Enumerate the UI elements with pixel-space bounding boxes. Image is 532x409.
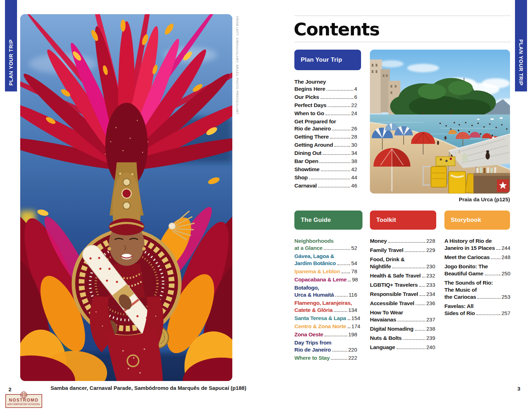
toc-page-number: 232 (426, 272, 435, 279)
toc-page-number: 257 (501, 310, 510, 317)
dot-leader (405, 251, 425, 252)
dot-leader (324, 249, 350, 250)
dot-leader (477, 298, 500, 299)
toc-entry[interactable]: LGBTIQ+ Travelers233 (370, 281, 435, 288)
dot-leader (321, 170, 350, 171)
toc-entry[interactable]: Bar Open38 (294, 158, 357, 165)
beach-photo-caption: Praia da Urca (p125) (408, 196, 510, 202)
toc-entry[interactable]: Language240 (370, 344, 435, 351)
toc-page-number: 54 (351, 260, 357, 267)
dot-leader (416, 304, 425, 305)
toc-entry[interactable]: Nuts & Bolts239 (370, 335, 435, 342)
dot-leader (419, 286, 425, 287)
toc-page-number: 220 (348, 346, 357, 353)
toc-page-number: 4 (354, 85, 357, 93)
toc-entry[interactable]: Copacabana & Leme98 (294, 276, 357, 283)
toc-entry[interactable]: How To WearHavaianas237 (370, 309, 435, 323)
toc-entry[interactable]: Get Prepared forRio de Janeiro26 (294, 118, 357, 132)
toc-entry[interactable]: Carnaval46 (294, 182, 357, 189)
toc-entry[interactable]: Ipanema & Leblon78 (294, 268, 357, 275)
toc-entry[interactable]: When to Go24 (294, 110, 357, 117)
spine-tab-label: PLAN YOUR TRIP (518, 39, 524, 86)
toc-entry[interactable]: Santa Teresa & Lapa154 (294, 315, 357, 322)
toc-entry[interactable]: Our Picks6 (294, 94, 357, 101)
toc-entry[interactable]: A History of Rio deJaneiro in 15 Places2… (444, 237, 510, 252)
toc-entry[interactable]: Health & Safe Travel232 (370, 272, 435, 279)
dot-leader (321, 98, 353, 99)
toc-page-number: 239 (426, 335, 435, 342)
toc-page-number: 248 (501, 254, 510, 261)
dot-leader (328, 106, 350, 107)
toc-entry[interactable]: Food, Drink &Nightlife230 (370, 256, 435, 270)
toc-entry[interactable]: Digital Nomading238 (370, 325, 435, 332)
dot-leader (335, 296, 348, 297)
nostromo-stamp: NOSTROMO WEB COMPTOIR DES VOYAGEURS (5, 394, 42, 408)
toc-entry[interactable]: Flamengo, Laranjeiras,Catete & Glória134 (294, 299, 357, 314)
toc-page-number: 98 (352, 276, 358, 283)
toc-page-number: 174 (351, 323, 360, 330)
toc-toolkit: Money228Family Travel229Food, Drink &Nig… (370, 237, 435, 351)
dot-leader (318, 187, 350, 187)
dot-leader (392, 268, 425, 268)
toc-entry[interactable]: Where to Stay222 (294, 354, 357, 362)
heading-divider (294, 42, 511, 42)
toc-entry[interactable]: Gávea, Lagoa &Jardim Botânico54 (294, 253, 357, 267)
dot-leader (320, 162, 350, 163)
toc-page-number: 24 (351, 110, 357, 117)
dot-leader (397, 348, 425, 349)
toc-entry[interactable]: Dining Out34 (294, 150, 357, 157)
toc-entry[interactable]: Shop44 (294, 174, 357, 181)
toc-page-number: 42 (351, 166, 357, 173)
dot-leader (420, 295, 425, 296)
toc-page-number: 240 (426, 344, 435, 351)
toc-entry[interactable]: Showtime42 (294, 166, 357, 173)
toc-entry[interactable]: The JourneyBegins Here4 (294, 78, 357, 93)
dot-leader (334, 311, 347, 312)
toc-page-number: 236 (426, 300, 435, 307)
toc-entry[interactable]: Neighborhoodsat a Glance52 (294, 237, 357, 252)
samba-dancer-photo (20, 14, 232, 381)
toc-page-number: 78 (351, 268, 357, 275)
toc-page-number: 238 (426, 325, 435, 332)
toc-entry[interactable]: Perfect Days22 (294, 102, 357, 109)
dot-leader (337, 264, 350, 265)
toc-entry[interactable]: Jogo Bonito: TheBeautiful Game250 (444, 263, 510, 277)
toc-page-number: 154 (351, 315, 360, 322)
toc-plan-your-trip: The JourneyBegins Here4Our Picks6Perfect… (294, 78, 357, 189)
toc-entry[interactable]: Favelas: AllSides of Rio257 (444, 303, 510, 317)
contents-title: Contents (294, 19, 379, 40)
badge-plan-your-trip: Plan Your Trip (294, 50, 361, 70)
toc-entry[interactable]: Getting Around30 (294, 141, 357, 149)
toc-entry[interactable]: Centro & Zona Norte174 (294, 323, 357, 330)
toc-entry[interactable]: Getting There28 (294, 133, 357, 140)
toc-entry[interactable]: Botafogo,Urca & Humaitá116 (294, 284, 357, 298)
dot-leader (323, 154, 350, 155)
toc-entry[interactable]: Money228 (370, 237, 435, 245)
dot-leader (388, 242, 425, 243)
toc-entry[interactable]: Accessible Travel236 (370, 300, 435, 307)
beach-illustration (370, 50, 510, 194)
toc-entry[interactable]: Responsible Travel234 (370, 291, 435, 298)
toc-entry[interactable]: Day Trips fromRio de Janeiro220 (294, 339, 357, 353)
dot-leader (415, 330, 425, 331)
toc-page-number: 34 (351, 150, 357, 157)
toc-entry[interactable]: Family Travel229 (370, 247, 435, 254)
toc-page-number: 230 (426, 263, 435, 270)
toc-entry[interactable]: The Sounds of Rio:The Music ofthe Carioc… (444, 279, 510, 301)
dot-leader (332, 351, 347, 352)
toc-page-number: 26 (351, 125, 357, 132)
toc-page-number: 30 (351, 141, 357, 149)
page-number-right: 3 (514, 386, 524, 392)
dot-leader (496, 249, 500, 250)
stamp-tagline: WEB COMPTOIR DES VOYAGEURS (6, 404, 41, 405)
dot-leader (348, 319, 350, 320)
page-number-left: 2 (9, 386, 11, 392)
toc-page-number: 22 (351, 102, 357, 109)
samba-dancer-illustration (20, 14, 232, 381)
badge-toolkit: Toolkit (370, 211, 436, 230)
dot-leader (403, 339, 425, 340)
dot-leader (326, 114, 350, 115)
toc-page-number: 38 (351, 158, 357, 165)
toc-entry[interactable]: Meet the Cariocas248 (444, 254, 510, 261)
toc-entry[interactable]: Zona Oeste198 (294, 331, 357, 338)
